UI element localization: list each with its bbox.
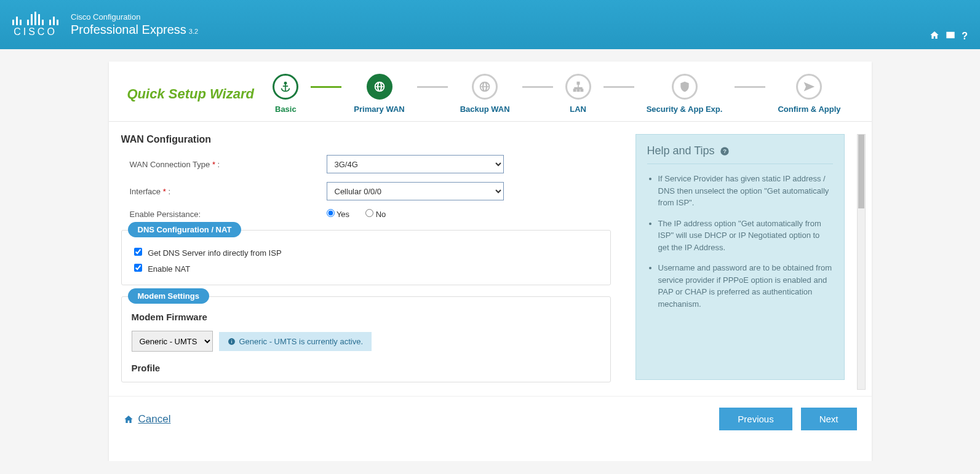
persistence-yes[interactable]: Yes (327, 210, 350, 219)
wizard-page: Quick Setup Wizard Basic Primary WAN (109, 61, 872, 461)
dns-nat-fieldset: DNS Configuration / NAT Get DNS Server i… (121, 230, 611, 285)
wizard-title: Quick Setup Wizard (127, 86, 254, 102)
scrollbar[interactable] (857, 134, 866, 390)
form-column: WAN Configuration WAN Connection Type * … (121, 134, 623, 390)
step-backup-wan[interactable]: Backup WAN (448, 74, 522, 114)
step-label: Confirm & Apply (778, 105, 840, 114)
svg-rect-1 (231, 341, 231, 343)
app-title-block: Cisco Configuration Professional Express… (71, 12, 198, 37)
wan-conn-type-select[interactable]: 3G/4G (327, 155, 504, 173)
help-tip: If Service Provider has given static IP … (658, 173, 833, 209)
mail-icon[interactable] (946, 30, 955, 42)
cisco-logo-text: CISCO (14, 26, 57, 38)
shield-icon (672, 74, 698, 100)
label-persistence: Enable Persistance: (130, 210, 327, 219)
send-icon (796, 74, 822, 100)
profile-title: Profile (132, 363, 600, 373)
step-connector (522, 86, 553, 88)
globe-icon (472, 74, 498, 100)
scroll-thumb[interactable] (858, 135, 864, 208)
step-label: LAN (570, 105, 586, 114)
globe-icon (367, 74, 392, 100)
interface-select[interactable]: Cellular 0/0/0 (327, 182, 504, 200)
modem-fieldset: Modem Settings Modem Firmware Generic - … (121, 296, 611, 382)
sitemap-icon (565, 74, 591, 100)
wizard-footer: Cancel Previous Next (109, 396, 872, 461)
wizard-steps: Basic Primary WAN Backup WAN (254, 74, 853, 114)
modem-legend: Modem Settings (128, 288, 209, 304)
wizard-content: WAN Configuration WAN Connection Type * … (109, 122, 872, 396)
modem-firmware-title: Modem Firmware (132, 312, 600, 322)
row-interface: Interface * : Cellular 0/0/0 (130, 182, 617, 200)
step-connector (417, 86, 448, 88)
cancel-link[interactable]: Cancel (124, 413, 171, 425)
row-wan-conn-type: WAN Connection Type * : 3G/4G (130, 155, 617, 173)
persistence-no[interactable]: No (365, 210, 386, 219)
step-connector (311, 86, 341, 88)
help-icon[interactable]: ? (962, 31, 968, 42)
label-wan-conn-type: WAN Connection Type * : (130, 160, 327, 169)
home-icon[interactable] (930, 30, 939, 42)
cisco-logo: CISCO (12, 12, 58, 38)
app-version: 3.2 (189, 28, 198, 35)
anchor-icon (273, 74, 298, 100)
app-subtitle: Cisco Configuration (71, 12, 198, 22)
step-connector (604, 86, 634, 88)
step-primary-wan[interactable]: Primary WAN (341, 74, 416, 114)
firmware-select[interactable]: Generic - UMTS (132, 331, 213, 352)
step-label: Primary WAN (354, 105, 404, 114)
chk-enable-nat[interactable]: Enable NAT (134, 264, 191, 274)
step-connector (735, 86, 765, 88)
cisco-bars-icon (12, 12, 58, 25)
home-icon (124, 414, 133, 424)
app-header: CISCO Cisco Configuration Professional E… (0, 0, 980, 49)
row-persistence: Enable Persistance: Yes No (130, 209, 617, 219)
help-tip: The IP address option "Get automatically… (658, 218, 833, 254)
wizard-header: Quick Setup Wizard Basic Primary WAN (109, 61, 872, 122)
step-label: Backup WAN (460, 105, 510, 114)
step-security[interactable]: Security & App Exp. (634, 74, 735, 114)
question-circle-icon: ? (720, 146, 730, 156)
step-label: Basic (275, 105, 297, 114)
step-confirm[interactable]: Confirm & Apply (765, 74, 853, 114)
svg-text:?: ? (723, 148, 727, 154)
svg-rect-2 (231, 339, 231, 340)
chk-get-dns[interactable]: Get DNS Server info directly from ISP (134, 248, 282, 258)
help-panel: Help and Tips ? If Service Provider has … (635, 134, 845, 380)
step-label: Security & App Exp. (647, 105, 723, 114)
dns-nat-legend: DNS Configuration / NAT (128, 222, 242, 237)
step-lan[interactable]: LAN (553, 74, 604, 114)
firmware-info: Generic - UMTS is currently active. (219, 332, 372, 351)
step-basic[interactable]: Basic (260, 74, 311, 114)
help-tip: Username and password are to be obtained… (658, 262, 833, 310)
section-title: WAN Configuration (121, 134, 617, 145)
next-button[interactable]: Next (801, 408, 857, 430)
info-icon (228, 338, 236, 346)
help-title: Help and Tips ? (647, 144, 833, 164)
app-title: Professional Express (71, 23, 186, 36)
previous-button[interactable]: Previous (719, 408, 792, 430)
label-interface: Interface * : (130, 187, 327, 196)
